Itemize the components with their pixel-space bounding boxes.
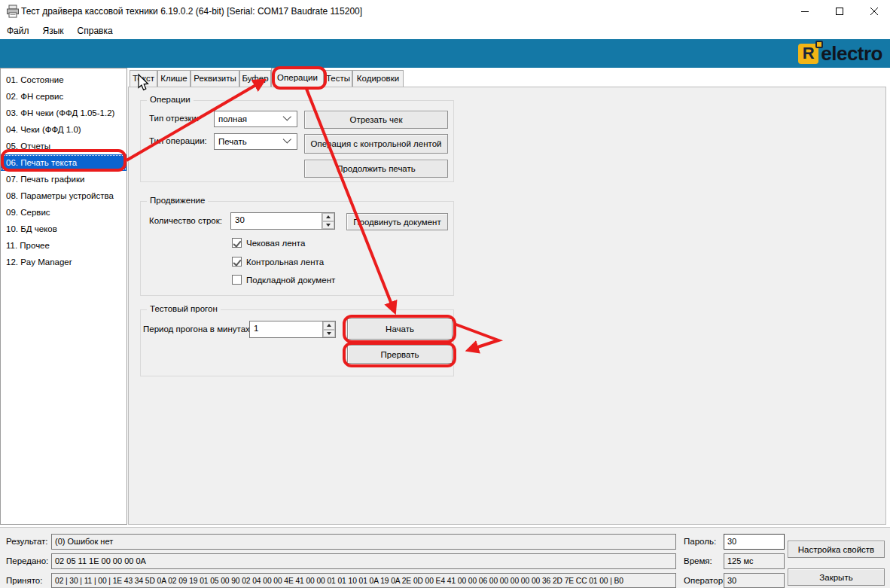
tab-1[interactable]: Текст: [130, 70, 157, 87]
sidebar-item-2[interactable]: 02. ФН сервис: [1, 88, 126, 105]
brand-wordmark: electro: [821, 42, 882, 66]
sidebar-item-8[interactable]: 08. Параметры устройства: [1, 187, 126, 204]
result-label: Результат:: [6, 537, 48, 546]
op-type-combobox[interactable]: Печать: [214, 133, 297, 150]
password-field[interactable]: 30: [724, 534, 785, 550]
cut-receipt-button[interactable]: Отрезать чек: [304, 111, 448, 129]
time-field[interactable]: 125 мс: [724, 553, 785, 569]
checkbox-label: Подкладной документ: [246, 276, 335, 285]
sidebar-item-3[interactable]: 03. ФН чеки (ФФД 1.05-1.2): [1, 105, 126, 121]
group-testrun-title: Тестовый прогон: [147, 304, 221, 313]
journal-operation-button[interactable]: Операция с контрольной лентой: [304, 134, 448, 154]
line-count-value: 30: [231, 213, 322, 229]
maximize-button[interactable]: [827, 2, 852, 21]
sidebar-item-11[interactable]: 11. Прочее: [1, 237, 126, 254]
operator-label: Оператор:: [684, 576, 725, 585]
checkbox-row-2[interactable]: Контрольная лента: [232, 257, 324, 267]
group-operations-title: Операции: [147, 95, 194, 104]
sidebar-item-5[interactable]: 05. Отчеты: [1, 138, 126, 154]
operator-field[interactable]: 30: [724, 573, 785, 588]
checkbox-label: Контрольная лента: [246, 257, 324, 267]
down-arrow-icon: [326, 224, 331, 227]
cut-type-value: полная: [215, 114, 285, 123]
menu-bar: ФайлЯзыкСправка: [0, 23, 890, 39]
checkbox-checked-icon[interactable]: [232, 238, 242, 248]
tab-7[interactable]: Кодировки: [352, 70, 404, 87]
sidebar-item-1[interactable]: 01. Состояние: [1, 72, 126, 88]
sent-field[interactable]: 02 05 11 1E 00 00 00 0A: [51, 553, 676, 569]
password-label: Пароль:: [684, 537, 716, 546]
sidebar-item-4[interactable]: 04. Чеки (ФФД 1.0): [1, 121, 126, 138]
up-arrow-icon: [327, 324, 331, 327]
group-advance-title: Продвижение: [147, 196, 208, 205]
close-dialog-button[interactable]: Закрыть: [788, 568, 885, 586]
tab-2[interactable]: Клише: [157, 70, 190, 87]
minimize-button[interactable]: [792, 2, 818, 21]
printer-app-icon: [6, 5, 20, 21]
op-type-label: Тип операции:: [149, 136, 207, 145]
start-button[interactable]: Начать: [347, 318, 453, 340]
brand-logo: R electro: [798, 41, 882, 66]
brand-r-mark: R: [798, 44, 818, 64]
sidebar-item-9[interactable]: 09. Сервис: [1, 204, 126, 221]
cut-type-combobox[interactable]: полная: [214, 111, 297, 127]
brand-band: R electro: [0, 39, 890, 68]
run-period-value: 1: [250, 321, 322, 337]
menu-2[interactable]: Язык: [36, 24, 71, 38]
tab-6[interactable]: Тесты: [324, 70, 352, 87]
down-arrow-icon: [327, 332, 331, 335]
received-field[interactable]: 02 | 30 | 11 | 00 | 1E 43 34 5D 0A 02 09…: [51, 573, 676, 588]
close-button[interactable]: [861, 2, 887, 21]
stepper-buttons[interactable]: [322, 321, 335, 337]
cut-type-label: Тип отрезки:: [149, 114, 199, 123]
checkbox-row-1[interactable]: Чековая лента: [232, 238, 305, 248]
line-count-stepper[interactable]: 30: [230, 212, 335, 230]
op-type-value: Печать: [215, 137, 285, 146]
sidebar-item-12[interactable]: 12. Pay Manager: [1, 254, 126, 270]
sent-label: Передано:: [6, 556, 48, 565]
tab-4[interactable]: Буфер: [239, 70, 271, 87]
checkbox-unchecked-icon[interactable]: [232, 275, 242, 285]
run-period-label: Период прогона в минутах:: [143, 324, 252, 334]
advance-document-button[interactable]: Продвинуть документ: [346, 213, 448, 230]
line-count-label: Количество строк:: [149, 216, 222, 225]
up-arrow-icon: [326, 215, 331, 218]
checkbox-row-3[interactable]: Подкладной документ: [232, 275, 335, 285]
result-field[interactable]: (0) Ошибок нет: [51, 534, 676, 550]
run-period-stepper[interactable]: 1: [249, 321, 336, 338]
window-title: Тест драйвера кассовой техники 6.19.0.2 …: [21, 6, 362, 17]
properties-button[interactable]: Настройка свойств: [788, 541, 885, 558]
continue-print-button[interactable]: Продолжить печать: [304, 160, 448, 178]
abort-button[interactable]: Прервать: [347, 345, 453, 364]
sidebar-item-7[interactable]: 07. Печать графики: [1, 171, 126, 187]
received-label: Принято:: [6, 576, 42, 585]
stepper-buttons[interactable]: [322, 213, 334, 229]
tab-strip: ТекстКлишеРеквизитыБуферОперацииТестыКод…: [130, 68, 886, 87]
title-bar: Тест драйвера кассовой техники 6.19.0.2 …: [0, 0, 890, 23]
checkbox-checked-icon[interactable]: [232, 257, 242, 267]
tab-5[interactable]: Операции: [271, 68, 324, 87]
time-label: Время:: [684, 556, 712, 565]
menu-3[interactable]: Справка: [71, 24, 120, 38]
sidebar-item-10[interactable]: 10. БД чеков: [1, 221, 126, 237]
brand-superscript-icon: [815, 41, 823, 48]
sidebar-item-6[interactable]: 06. Печать текста: [1, 154, 126, 171]
tab-3[interactable]: Реквизиты: [190, 70, 239, 87]
category-list: 01. Состояние02. ФН сервис03. ФН чеки (Ф…: [0, 68, 127, 525]
menu-1[interactable]: Файл: [0, 24, 36, 38]
checkbox-label: Чековая лента: [246, 239, 305, 248]
